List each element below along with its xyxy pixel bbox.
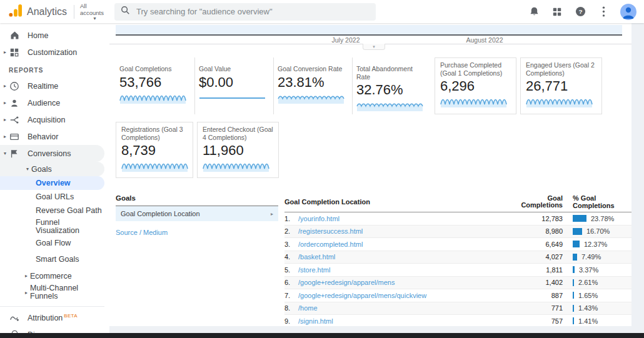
sparkline-chart	[203, 159, 273, 172]
goal-location-link[interactable]: /store.html	[298, 266, 330, 274]
realtime-clock-icon	[9, 81, 20, 92]
metric-card-entered-checkout: Entered Checkout (Goal 4 Completions) 11…	[197, 122, 279, 178]
more-vert-icon[interactable]	[597, 6, 610, 18]
expand-arrow-icon: ▸	[0, 100, 9, 106]
completions-value: 757	[518, 317, 563, 325]
window-bottom-edge	[0, 333, 644, 338]
table-row: 1./yourinfo.html 12,783 23.78%	[284, 212, 631, 226]
help-icon[interactable]: ?	[574, 6, 586, 18]
completions-value: 12,783	[518, 215, 563, 222]
sidebar-item-ecommerce[interactable]: ▸ Ecommerce	[0, 269, 109, 283]
completions-value: 8,980	[518, 227, 563, 235]
axis-month-label: August 2022	[466, 36, 503, 44]
svg-text:?: ?	[578, 8, 582, 15]
beta-badge: BETA	[64, 313, 78, 319]
sidebar-item-goals[interactable]: ▾ Goals	[0, 162, 104, 176]
sidebar-item-reverse-goal-path[interactable]: Reverse Goal Path	[0, 204, 109, 217]
sidebar-item-smart-goals[interactable]: Smart Goals	[0, 252, 109, 266]
row-rank: 4.	[284, 253, 298, 261]
user-avatar[interactable]	[620, 4, 636, 20]
dimension-goal-completion-location[interactable]: Goal Completion Location ▸	[116, 206, 278, 221]
divider	[0, 306, 104, 307]
sidebar-item-acquisition[interactable]: ▸ Acquisition	[0, 111, 109, 128]
metric-card-goal-value: Goal Value $0.00	[194, 57, 273, 114]
reports-section-label: REPORTS	[0, 61, 109, 77]
apps-grid-icon[interactable]	[551, 6, 563, 18]
pct-value: 12.37%	[584, 241, 607, 248]
goal-location-link[interactable]: /google+redesign/apparel/mens/quickview	[298, 292, 426, 299]
metric-label: Entered Checkout (Goal 4 Completions)	[203, 126, 273, 141]
sidebar-item-label: Smart Goals	[36, 255, 79, 264]
sidebar-item-discover[interactable]: Discover	[0, 326, 109, 333]
sidebar-item-label: Goals	[31, 165, 52, 174]
search-input[interactable]	[136, 7, 370, 16]
column-header-location[interactable]: Goal Completion Location	[284, 198, 518, 206]
pct-value: 23.78%	[591, 215, 614, 222]
goal-location-link[interactable]: /signin.html	[298, 317, 333, 325]
column-header-pct[interactable]: % Goal Completions	[563, 194, 631, 209]
sidebar-item-behavior[interactable]: ▸ Behavior	[0, 128, 109, 145]
sidebar-item-audience[interactable]: ▸ Audience	[0, 94, 109, 111]
goal-location-link[interactable]: /basket.html	[298, 253, 335, 261]
goal-location-link[interactable]: /home	[298, 304, 318, 312]
sidebar-item-customization[interactable]: ▸ Customization	[0, 44, 109, 61]
sidebar-item-funnel-visualization[interactable]: Funnel Visualization	[0, 217, 75, 236]
dimension-source-medium-link[interactable]: Source / Medium	[116, 229, 278, 236]
completions-value: 6,649	[518, 241, 563, 248]
expand-arrow-icon: ▸	[0, 117, 9, 122]
sidebar-item-label: Goal Flow	[36, 239, 71, 247]
metric-value: 11,960	[203, 142, 273, 159]
row-rank: 5.	[284, 266, 298, 274]
goal-location-link[interactable]: /ordercompleted.html	[298, 241, 363, 248]
behavior-icon	[9, 131, 20, 142]
sidebar-item-overview[interactable]: Overview	[0, 176, 104, 190]
dimension-label: Goal Completion Location	[121, 210, 200, 217]
acquisition-icon	[9, 114, 20, 126]
axis-month-label: July 2022	[332, 36, 360, 44]
sidebar-item-attribution[interactable]: AttributionBETA	[0, 309, 109, 326]
expand-arrow-icon: ▸	[0, 83, 9, 89]
row-rank: 1.	[284, 215, 298, 222]
goal-location-link[interactable]: /registersuccess.html	[298, 227, 363, 235]
completions-value: 1,402	[518, 279, 563, 286]
sidebar-item-goal-urls[interactable]: Goal URLs	[0, 190, 109, 204]
app-title: Analytics	[27, 6, 67, 17]
sidebar-item-label: Behavior	[28, 132, 58, 141]
account-selector[interactable]: All accounts ▾	[80, 2, 109, 21]
metric-label: Engaged Users (Goal 2 Completions)	[526, 61, 596, 77]
search-bar[interactable]	[114, 3, 376, 21]
metric-label: Goal Conversion Rate	[278, 65, 347, 73]
pct-bar	[573, 241, 580, 247]
collapse-chart-button[interactable]: ▾	[363, 44, 385, 50]
sidebar-item-label: Acquisition	[28, 116, 65, 124]
expand-arrow-icon: ▸	[23, 273, 30, 279]
sparkline-chart	[526, 95, 596, 108]
sidebar-item-realtime[interactable]: ▸ Realtime	[0, 77, 109, 94]
sidebar-item-goal-flow[interactable]: Goal Flow	[0, 236, 109, 250]
sidebar-item-label: Ecommerce	[30, 272, 72, 281]
conversions-flag-icon	[9, 148, 20, 159]
timeline-axis-labels: July 2022 August 2022	[116, 36, 622, 44]
expand-arrow-icon: ▸	[0, 49, 9, 55]
metric-cards-row: Goal Completions 53,766 Goal Value $0.00…	[109, 57, 631, 114]
sidebar-item-multi-channel-funnels[interactable]: ▸ Multi-Channel Funnels	[0, 283, 109, 302]
sidebar-item-conversions[interactable]: ▾ Conversions	[0, 145, 104, 162]
column-header-completions[interactable]: Goal Completions	[518, 195, 563, 209]
notifications-bell-icon[interactable]	[528, 6, 540, 18]
pct-value: 1.41%	[578, 317, 598, 325]
completions-value: 887	[518, 292, 563, 299]
sidebar-item-label: Funnel Visualization	[36, 219, 79, 235]
analytics-logo-icon	[8, 3, 23, 20]
table-row: 4./basket.html 4,027 7.49%	[284, 251, 631, 264]
goal-location-link[interactable]: /yourinfo.html	[298, 215, 340, 222]
goals-report-area: Goals Goal Completion Location ▸ Source …	[109, 194, 631, 326]
expand-arrow-icon: ▸	[0, 134, 9, 139]
metric-card-goal-conversion-rate: Goal Conversion Rate 23.81%	[273, 57, 352, 114]
sidebar-item-home[interactable]: Home	[0, 27, 109, 44]
pct-value: 3.37%	[579, 266, 598, 274]
pct-bar	[573, 292, 574, 299]
sidebar-item-label: Conversions	[28, 149, 71, 158]
goal-location-link[interactable]: /google+redesign/apparel/mens	[298, 279, 395, 286]
table-row: 7./google+redesign/apparel/mens/quickvie…	[284, 289, 631, 302]
sidebar-item-label: Customization	[28, 48, 77, 57]
